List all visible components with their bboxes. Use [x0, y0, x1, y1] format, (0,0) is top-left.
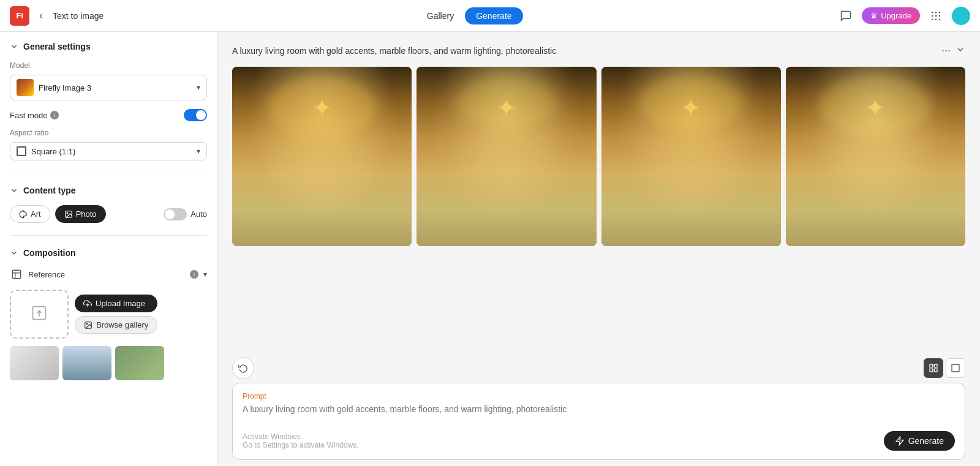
sample-image-3[interactable] — [115, 346, 164, 380]
model-name: Firefly Image 3 — [39, 83, 192, 92]
svg-marker-22 — [896, 437, 903, 445]
svg-rect-21 — [952, 364, 959, 372]
aspect-chevron-icon: ▾ — [197, 147, 200, 156]
browse-gallery-button[interactable]: Browse gallery — [75, 316, 157, 334]
app-logo: Fi — [10, 6, 29, 26]
apps-icon — [930, 10, 942, 22]
chevron-expand-icon — [956, 45, 965, 54]
sample-image-1[interactable] — [10, 346, 59, 380]
upload-icon — [83, 299, 92, 308]
view-buttons — [924, 358, 965, 378]
content-type-header[interactable]: Content type — [10, 186, 207, 195]
auto-toggle-row: Auto — [164, 208, 207, 220]
nav-center: Gallery Generate — [111, 7, 830, 24]
model-select[interactable]: Firefly Image 3 ▾ — [10, 75, 207, 100]
upload-zone-icon — [31, 304, 48, 321]
watermark-text: Activate Windows Go to Settings to activ… — [243, 432, 358, 449]
more-options-button[interactable]: ··· — [941, 44, 951, 57]
prompt-input[interactable] — [243, 404, 955, 424]
svg-rect-11 — [12, 270, 21, 279]
fast-mode-toggle[interactable] — [184, 109, 207, 121]
auto-label: Auto — [190, 209, 207, 219]
grid-icon — [929, 363, 938, 373]
reference-icon — [10, 268, 23, 281]
square-icon — [17, 146, 26, 156]
general-settings-header[interactable]: General settings — [10, 42, 207, 51]
generate-button[interactable]: Generate — [884, 431, 955, 451]
reference-label: Reference — [28, 270, 185, 279]
reference-chevron-icon: ▾ — [203, 270, 207, 279]
model-chevron-icon: ▾ — [197, 83, 200, 92]
fast-mode-row: Fast mode i — [10, 109, 207, 121]
divider-1 — [10, 173, 207, 173]
svg-point-16 — [86, 323, 88, 325]
grid-view-button[interactable] — [924, 358, 943, 378]
svg-rect-20 — [934, 369, 937, 372]
nav-generate-button[interactable]: Generate — [465, 7, 522, 24]
single-view-icon — [951, 363, 960, 373]
composition-header[interactable]: Composition — [10, 248, 207, 258]
prompt-bar: A luxury living room with gold accents, … — [232, 44, 965, 57]
history-icon — [238, 363, 248, 373]
generated-image-1[interactable] — [232, 67, 412, 246]
svg-rect-18 — [934, 364, 937, 367]
content-type-auto-toggle[interactable] — [164, 208, 187, 220]
single-view-button[interactable] — [946, 358, 965, 378]
svg-point-10 — [67, 212, 68, 214]
svg-point-6 — [932, 18, 933, 20]
upload-image-button[interactable]: Upload Image — [75, 295, 157, 312]
aspect-ratio-select[interactable]: Square (1:1) ▾ — [10, 142, 207, 160]
svg-point-5 — [939, 15, 941, 17]
apps-icon-button[interactable] — [927, 7, 944, 24]
history-button[interactable] — [232, 357, 254, 379]
aspect-ratio-label: Aspect ratio — [10, 129, 207, 137]
bottom-area: Prompt Activate Windows Go to Settings t… — [217, 347, 980, 466]
art-button[interactable]: Art — [10, 205, 50, 223]
upload-actions: Upload Image Browse gallery — [75, 295, 157, 334]
prompt-actions: ··· — [941, 44, 965, 57]
generated-image-3[interactable] — [601, 67, 781, 246]
svg-point-7 — [935, 18, 937, 20]
svg-point-4 — [935, 15, 937, 17]
sidebar: General settings Model Firefly Image 3 ▾… — [0, 32, 217, 466]
svg-point-1 — [935, 11, 937, 13]
fast-mode-info-icon[interactable]: i — [50, 111, 59, 119]
page-title: Text to image — [53, 11, 104, 21]
gallery-button[interactable]: Gallery — [418, 7, 462, 24]
svg-point-0 — [932, 11, 933, 13]
content-area: A luxury living room with gold accents, … — [217, 32, 980, 466]
main-layout: General settings Model Firefly Image 3 ▾… — [0, 32, 980, 466]
images-grid — [232, 67, 965, 246]
model-thumbnail — [17, 79, 34, 96]
browse-icon — [84, 321, 92, 329]
nav-right: ♛ Upgrade — [837, 7, 970, 25]
sample-image-2[interactable] — [62, 346, 111, 380]
fast-mode-label: Fast mode i — [10, 111, 59, 120]
prompt-input-area: Prompt Activate Windows Go to Settings t… — [232, 383, 965, 460]
art-icon — [19, 210, 28, 219]
generated-image-2[interactable] — [417, 67, 596, 246]
upload-zone[interactable] — [10, 290, 69, 339]
reference-info-icon[interactable]: i — [190, 270, 198, 279]
content-type-row: Art Photo Auto — [10, 205, 207, 223]
svg-point-3 — [932, 15, 933, 17]
generate-icon — [895, 436, 905, 446]
upgrade-button[interactable]: ♛ Upgrade — [862, 7, 920, 24]
avatar[interactable] — [952, 7, 970, 25]
sample-images — [10, 346, 207, 380]
upgrade-icon: ♛ — [870, 11, 878, 20]
photo-button[interactable]: Photo — [55, 205, 106, 223]
chat-icon-button[interactable] — [837, 7, 854, 24]
aspect-ratio-value: Square (1:1) — [31, 147, 192, 156]
back-button[interactable]: ‹ — [37, 7, 45, 24]
model-label: Model — [10, 61, 207, 70]
svg-point-8 — [939, 18, 941, 20]
reference-header: Reference i ▾ — [10, 268, 207, 281]
expand-button[interactable] — [956, 45, 965, 57]
svg-point-2 — [939, 11, 941, 13]
photo-icon — [64, 210, 73, 219]
generated-image-4[interactable] — [786, 67, 965, 246]
prompt-label: Prompt — [243, 392, 955, 400]
svg-rect-19 — [930, 369, 933, 372]
images-section: A luxury living room with gold accents, … — [217, 32, 980, 347]
